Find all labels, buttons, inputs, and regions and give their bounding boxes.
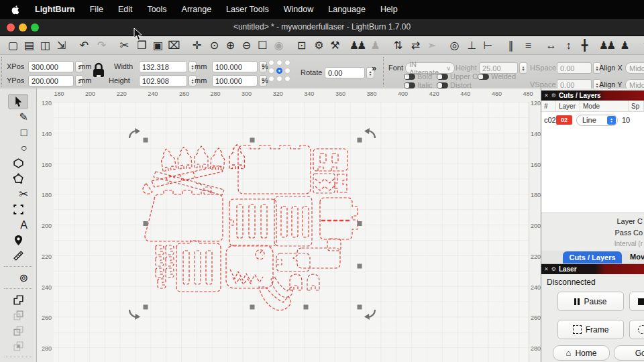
rotate-field[interactable]: 0.00: [325, 67, 374, 78]
width-field[interactable]: 132.318: [139, 61, 197, 72]
menu-item[interactable]: Tools: [140, 5, 174, 14]
tool-position-laser[interactable]: [8, 233, 28, 248]
align-x-dropdown[interactable]: Middle: [625, 62, 644, 74]
panel-gear-icon[interactable]: ⚙: [551, 93, 556, 99]
pan[interactable]: ✛: [184, 38, 205, 54]
handle-bottom-center: [250, 305, 255, 310]
save-file[interactable]: ◫: [36, 38, 52, 54]
flip-horizontal[interactable]: ⇄: [407, 38, 423, 54]
library-people[interactable]: ♟♟: [594, 38, 616, 54]
distribute-horizontal[interactable]: ∥: [498, 38, 519, 54]
mode-stepper-icon[interactable]: [607, 116, 616, 125]
xpos-field[interactable]: 300.000: [28, 61, 83, 72]
tool-edit-nodes[interactable]: [8, 171, 28, 186]
make-same-width[interactable]: ↔: [538, 38, 559, 54]
menu-item[interactable]: Help: [373, 5, 405, 14]
menu-item[interactable]: LightBurn: [28, 5, 83, 14]
frame-icon: [573, 325, 582, 334]
tool-snip[interactable]: ✂: [8, 186, 28, 202]
design-canvas[interactable]: .red{stroke:#e63a35}.red2{stroke:#c05555…: [54, 102, 529, 362]
bool-subtract[interactable]: [8, 308, 28, 323]
frame-button[interactable]: Frame: [557, 320, 624, 339]
stop-button[interactable]: S: [629, 292, 644, 311]
tab-cuts-layers[interactable]: Cuts / Layers: [563, 251, 622, 263]
menu-item[interactable]: File: [83, 5, 111, 14]
new-file[interactable]: ▢: [4, 38, 20, 54]
go-to-origin-button[interactable]: Go to Ori: [614, 345, 644, 361]
panel-gear-icon[interactable]: ⚙: [551, 266, 556, 272]
menu-item[interactable]: Laser Tools: [219, 5, 276, 14]
preview[interactable]: ⊡: [288, 38, 310, 54]
bool-union[interactable]: [8, 292, 28, 308]
layer-color-swatch[interactable]: 02: [556, 115, 572, 125]
tab-move[interactable]: Move: [630, 253, 644, 261]
open-file[interactable]: ▤: [20, 38, 36, 54]
menu-item[interactable]: Arrange: [174, 5, 219, 14]
stop-icon: [638, 298, 644, 305]
welded-toggle[interactable]: Welded: [478, 72, 516, 80]
close-panel-icon[interactable]: ✕: [544, 266, 549, 272]
tool-select[interactable]: [8, 94, 28, 109]
flip-vertical[interactable]: ⇅: [385, 38, 407, 54]
tool-offset[interactable]: ⊚: [8, 270, 28, 286]
make-same-height[interactable]: ↕: [559, 38, 576, 54]
menu-item[interactable]: Language: [321, 5, 373, 14]
frame-selection[interactable]: ☐: [254, 38, 270, 54]
material-library[interactable]: ♟♟: [345, 38, 366, 54]
device-settings[interactable]: ⚒: [326, 38, 342, 54]
undo[interactable]: ↶: [71, 38, 93, 54]
toolbar-overflow-chevron[interactable]: »: [372, 63, 376, 73]
width-percent-field[interactable]: 100.000: [212, 61, 267, 72]
tool-palette: ✎ □ ○ ✂ A: [0, 88, 37, 362]
move-laser-to-position[interactable]: ◎: [441, 38, 463, 54]
macos-menu-bar: LightBurnFileEditToolsArrangeLaser Tools…: [0, 0, 644, 19]
layer-mode-dropdown[interactable]: Line: [576, 115, 618, 126]
zoom-to-page[interactable]: ⊙: [205, 38, 221, 54]
lock-aspect-icon[interactable]: [91, 61, 106, 80]
bold-toggle[interactable]: Bold: [404, 72, 432, 80]
layer-list-empty-area[interactable]: [541, 128, 644, 213]
ypos-field[interactable]: 200.000: [28, 75, 83, 86]
import-file[interactable]: ⇲: [52, 38, 68, 54]
two-point-position[interactable]: ╋: [576, 38, 592, 54]
zoom-out[interactable]: ⊖: [237, 38, 254, 54]
bool-intersect[interactable]: [8, 339, 28, 354]
paste[interactable]: ▣: [149, 38, 165, 54]
send-file[interactable]: ➣: [423, 38, 439, 54]
library-person[interactable]: ♟: [616, 38, 632, 54]
redo[interactable]: ↷: [93, 38, 109, 54]
pause-button[interactable]: Pause: [557, 292, 624, 311]
art-library[interactable]: ♟: [366, 38, 382, 54]
tool-polygon[interactable]: [8, 156, 28, 171]
camera[interactable]: ◉: [270, 38, 286, 54]
height-field[interactable]: 102.908: [139, 75, 197, 86]
ypos-unit: mm: [79, 76, 91, 84]
distribute-vertical[interactable]: ≡: [519, 38, 535, 54]
home-button[interactable]: ⌂Home: [553, 345, 610, 361]
menu-item[interactable]: Edit: [111, 5, 140, 14]
close-panel-icon[interactable]: ✕: [544, 93, 549, 99]
cut[interactable]: ✂: [111, 38, 133, 54]
origin-anchor-selector[interactable]: [268, 60, 294, 85]
tool-text[interactable]: A: [8, 217, 28, 233]
align-bottom[interactable]: ⊥: [463, 38, 479, 54]
bool-difference[interactable]: [8, 323, 28, 339]
tool-rectangle[interactable]: □: [8, 125, 28, 140]
frame-circle-button[interactable]: Fr: [629, 320, 644, 339]
tool-measure[interactable]: [8, 248, 28, 263]
apple-logo-icon[interactable]: [11, 5, 19, 15]
tool-ellipse[interactable]: ○: [8, 140, 28, 156]
handle-bottom-left: [144, 305, 148, 310]
height-percent-field[interactable]: 100.000: [212, 75, 267, 86]
hspace-field[interactable]: 0.00: [557, 62, 601, 74]
settings-gear[interactable]: ⚙: [310, 38, 326, 54]
handle-extra-bottom: [304, 305, 309, 310]
tool-frame-select[interactable]: [8, 202, 28, 217]
layer-row[interactable]: c02 02 Line 10: [541, 112, 644, 128]
flip-group-2[interactable]: ⇅: [635, 38, 644, 54]
delete[interactable]: ⌧: [165, 38, 181, 54]
tool-draw-lines[interactable]: ✎: [8, 109, 28, 125]
zoom-in[interactable]: ⊕: [221, 38, 237, 54]
menu-item[interactable]: Window: [276, 5, 321, 14]
align-middle[interactable]: ⊢: [479, 38, 495, 54]
